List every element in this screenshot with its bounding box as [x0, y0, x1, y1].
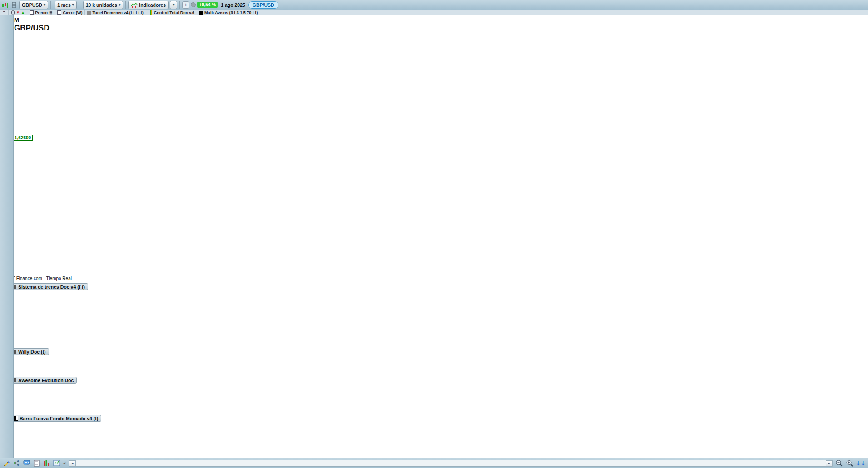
- checkbox-icon[interactable]: [57, 10, 61, 15]
- scroll-left-button[interactable]: ◂: [69, 460, 76, 466]
- sell-arrow-icon[interactable]: ▼: [16, 10, 20, 15]
- symbol-select[interactable]: GBPUSD▾: [19, 1, 48, 9]
- chart-snapshot-icon[interactable]: [52, 459, 60, 467]
- toolbar-separator: [50, 1, 51, 9]
- chevron-down-icon: ▾: [44, 3, 45, 7]
- overlay-label-precio: Precio: [35, 10, 48, 15]
- share-icon[interactable]: [12, 459, 20, 467]
- levels-icon[interactable]: [42, 459, 50, 467]
- drawing-toolbar: [0, 15, 14, 458]
- alerts-group: ▼ ▲: [9, 10, 28, 15]
- toolbar-separator: [125, 1, 126, 9]
- draw-mode-icon[interactable]: [2, 459, 10, 467]
- bottom-toolbar: « ◂ ▸ ⇣⇣: [0, 458, 868, 468]
- panel-header-willy[interactable]: Willy Doc (t): [11, 348, 49, 355]
- overlay-item-precio[interactable]: Precio ≣: [27, 10, 55, 15]
- swatch-gray-icon: [87, 11, 91, 15]
- panel-header-sistema[interactable]: Sistema de trenes Doc v4 (f f): [11, 283, 88, 290]
- app-logo-candles-icon: [2, 1, 9, 9]
- collapse-chevron-button[interactable]: ⌃: [0, 10, 9, 15]
- toolbar-separator: [179, 1, 180, 9]
- overlay-label-avisos: Multi Avisos (3 f 3 1,5 70 f f): [204, 10, 258, 15]
- panel-swatch-icon: [13, 378, 16, 382]
- overlay-label-tunel: Tunel Domenec v4 (t t t t t): [92, 10, 143, 15]
- overlay-item-control[interactable]: Control Total Doc v.6: [146, 10, 197, 15]
- list-icon[interactable]: ≣: [49, 10, 53, 15]
- bell-icon[interactable]: [11, 10, 15, 15]
- panel-header-awesome[interactable]: Awesome Evolution Doc: [11, 377, 77, 384]
- chevron-down-icon: ▾: [119, 3, 120, 7]
- session-date: 1 ago 2025: [221, 2, 245, 8]
- swatch-black-icon: [199, 11, 203, 15]
- symbol-pill[interactable]: GBP/USD: [248, 1, 278, 9]
- zoom-out-button[interactable]: [835, 459, 843, 467]
- download-data-icon[interactable]: ⇣⇣: [856, 460, 866, 467]
- info-icon[interactable]: i: [182, 1, 189, 9]
- indicators-more-button[interactable]: ▾: [170, 1, 177, 9]
- comment-icon[interactable]: [22, 459, 30, 467]
- status-dot-icon: [191, 2, 196, 7]
- chart-canvas[interactable]: [0, 0, 868, 468]
- overlay-label-control: Control Total Doc v.6: [154, 10, 194, 15]
- panel-swatch-icon: [13, 416, 18, 420]
- trading-platform-window: GBPUSD▾ 1 mes▾ 10 k unidades▾ Indicadore…: [0, 0, 868, 468]
- zoom-in-button[interactable]: [845, 459, 854, 467]
- scroll-right-button[interactable]: ▸: [826, 460, 833, 466]
- collapse-scrollbar-button[interactable]: «: [62, 460, 67, 466]
- period-dropdown[interactable]: 1 mes▾: [55, 1, 77, 9]
- chevron-up-icon: ⌃: [2, 10, 6, 15]
- panel-header-barra[interactable]: Barra Fuerza Fondo Mercado v4 (f): [11, 415, 101, 422]
- overlay-label-cierre: Cierre (W): [63, 10, 82, 15]
- top-toolbar: GBPUSD▾ 1 mes▾ 10 k unidades▾ Indicadore…: [0, 0, 868, 10]
- chevron-down-icon: ▾: [72, 3, 74, 7]
- unit-dropdown[interactable]: 10 k unidades▾: [83, 1, 123, 9]
- checkbox-icon[interactable]: [30, 10, 34, 15]
- panel-swatch-icon: [13, 285, 16, 289]
- overlay-item-tunel[interactable]: Tunel Domenec v4 (t t t t t): [85, 10, 146, 15]
- chart-scrollbar[interactable]: ◂ ▸: [69, 460, 833, 467]
- change-badge: +0,54 %: [197, 2, 218, 8]
- panel-swatch-icon: [13, 350, 16, 354]
- link-charts-icon[interactable]: [10, 1, 18, 9]
- overlay-toolbar: ⌃ ▼ ▲ Precio ≣ Cierre (W) Tunel Domenec …: [0, 10, 868, 15]
- overlay-toolbar-filler: [260, 10, 868, 15]
- buy-arrow-icon[interactable]: ▲: [21, 10, 25, 15]
- overlay-item-avisos[interactable]: Multi Avisos (3 f 3 1,5 70 f f): [197, 10, 260, 15]
- indicators-button[interactable]: Indicadores: [128, 1, 169, 9]
- news-icon[interactable]: [32, 459, 40, 467]
- indicators-icon: [131, 2, 138, 8]
- bars-swatch-icon: [149, 10, 153, 15]
- overlay-item-cierre[interactable]: Cierre (W): [55, 10, 85, 15]
- toolbar-separator: [79, 1, 79, 9]
